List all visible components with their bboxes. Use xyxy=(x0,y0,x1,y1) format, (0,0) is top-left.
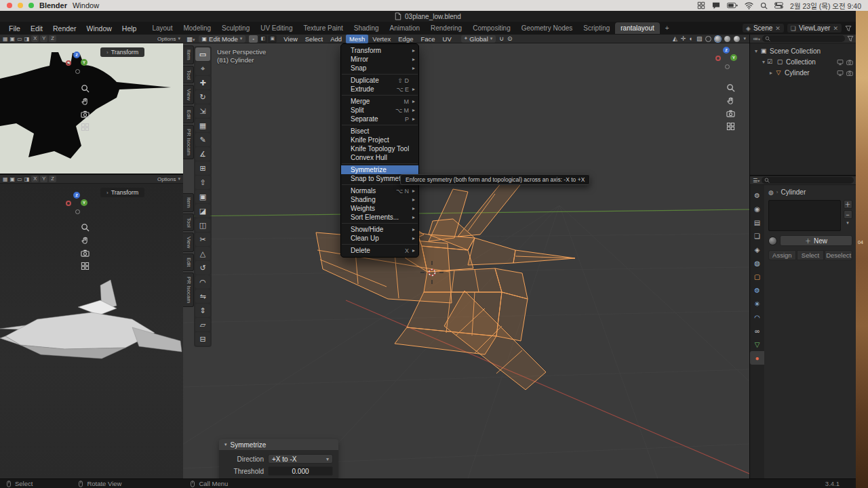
viewport-menu-select[interactable]: Select xyxy=(302,35,326,43)
tool-rip-region-icon[interactable]: ⊟ xyxy=(195,332,210,346)
zoom-icon[interactable] xyxy=(81,84,90,93)
mode-selector[interactable]: ▣ Edit Mode ▾ xyxy=(199,35,246,43)
shaded-viewport-canvas[interactable]: › Transform Z Y xyxy=(0,184,183,479)
properties-search-input[interactable] xyxy=(762,177,854,184)
menu-item-transform[interactable]: Transform▸ xyxy=(341,46,418,55)
tool-extrude-region-icon[interactable]: ⇧ xyxy=(195,176,210,189)
menu-item-convex-hull[interactable]: Convex Hull xyxy=(341,153,418,162)
expander-icon[interactable]: ▸ xyxy=(768,70,774,76)
outliner-search-input[interactable] xyxy=(762,35,845,42)
tool-shear-icon[interactable]: ▱ xyxy=(195,318,210,331)
menu-item-bisect[interactable]: Bisect xyxy=(341,127,418,136)
tool-smooth-icon[interactable]: ◠ xyxy=(195,275,210,289)
chevron-down-icon[interactable]: ▾ xyxy=(743,36,746,41)
shading-solid-icon[interactable] xyxy=(715,36,721,42)
sidebar-tab-pr-isocam[interactable]: PR Isocam xyxy=(183,125,194,159)
axis-toggle-y[interactable]: Y xyxy=(40,176,47,182)
menubar-clock[interactable]: 2월 23일 (목) 오전 9:40 xyxy=(790,1,861,11)
viewport-header-icon-3[interactable]: ◨ xyxy=(24,176,30,182)
operator-panel[interactable]: ▾ Symmetrize Direction+X to -X▾Threshold… xyxy=(219,439,338,479)
mission-control-icon[interactable] xyxy=(697,1,705,9)
tool-rotate-icon[interactable]: ↻ xyxy=(195,90,210,104)
workspace-tab-layout[interactable]: Layout xyxy=(146,22,178,34)
camera-view-icon[interactable] xyxy=(81,110,90,119)
viewport-menu-view[interactable]: View xyxy=(280,35,300,43)
viewport-header-icon-3[interactable]: ◨ xyxy=(24,36,30,42)
workspace-tab-scripting[interactable]: Scripting xyxy=(578,22,615,34)
axis-toggle-x[interactable]: X xyxy=(31,176,39,182)
snap-magnet-icon[interactable]: ∪ xyxy=(499,35,504,42)
menu-item-knife-project[interactable]: Knife Project xyxy=(341,136,418,144)
tool-transform-icon[interactable]: ▦ xyxy=(195,119,210,132)
macos-app-name[interactable]: Blender xyxy=(39,1,67,9)
properties-tab-physics[interactable]: ◠ xyxy=(750,310,764,324)
vertex-select-mode[interactable]: ▫ xyxy=(249,35,258,43)
menubar-file[interactable]: File xyxy=(4,23,25,34)
zoom-icon[interactable] xyxy=(81,223,90,232)
gizmos-toggle-icon[interactable]: ✛ xyxy=(681,35,686,42)
face-select-mode[interactable]: ▣ xyxy=(268,35,277,43)
tool-bevel-icon[interactable]: ◪ xyxy=(195,204,210,218)
viewport-navigation-gizmo[interactable]: Z Y xyxy=(64,52,89,76)
workspace-tab-animation[interactable]: Animation xyxy=(384,22,425,34)
sidebar-tab-item[interactable]: Item xyxy=(183,193,194,212)
outliner-item-label[interactable]: Scene Collection xyxy=(770,47,853,55)
traffic-light-close[interactable] xyxy=(7,3,12,8)
menubar-edit[interactable]: Edit xyxy=(26,23,47,34)
ortho-grid-icon[interactable] xyxy=(81,123,90,131)
expander-icon[interactable]: ▾ xyxy=(760,59,767,65)
sidebar-tab-edit[interactable]: Edit xyxy=(183,106,194,123)
menu-item-normals[interactable]: Normals⌥ N▸ xyxy=(341,186,418,195)
traffic-light-zoom[interactable] xyxy=(28,3,34,8)
menu-item-weights[interactable]: Weights▸ xyxy=(341,204,418,213)
viewport-header-icon-0[interactable]: ▦ xyxy=(3,176,8,182)
tool-move-icon[interactable]: ✚ xyxy=(195,76,210,89)
slot-specials-icon[interactable]: ▾ xyxy=(846,220,849,226)
pan-hand-icon[interactable] xyxy=(726,96,735,105)
tool-loop-cut-icon[interactable]: ◫ xyxy=(195,218,210,232)
tool-knife-icon[interactable]: ✂ xyxy=(195,232,210,246)
shading-wireframe-icon[interactable] xyxy=(705,36,711,42)
pan-hand-icon[interactable] xyxy=(81,97,90,106)
viewport-menu-vertex[interactable]: Vertex xyxy=(369,35,394,43)
workspace-tab-rendering[interactable]: Rendering xyxy=(425,22,467,34)
zoom-icon[interactable] xyxy=(726,83,735,92)
viewport-header-icon-0[interactable]: ▦ xyxy=(3,36,8,42)
menu-item-symmetrize[interactable]: Symmetrize xyxy=(341,165,418,174)
restrict-camera-icon[interactable] xyxy=(846,58,853,65)
properties-tab-material[interactable]: ● xyxy=(750,351,764,365)
control-center-icon[interactable] xyxy=(774,2,783,9)
remove-slot-button[interactable]: − xyxy=(844,210,852,219)
spotlight-icon[interactable] xyxy=(760,2,768,9)
transform-panel-header[interactable]: › Transform xyxy=(100,47,144,57)
menu-item-show-hide[interactable]: Show/Hide▸ xyxy=(341,225,418,234)
silhouette-viewport[interactable]: ▦▣▭◨ XYZ Options ▾ › Transform Z Y xyxy=(0,35,183,175)
sidebar-tab-item[interactable]: Item xyxy=(183,45,194,64)
viewport-menu-edge[interactable]: Edge xyxy=(395,35,416,43)
properties-tab-output[interactable]: ▤ xyxy=(750,216,764,229)
ortho-grid-icon[interactable] xyxy=(726,122,735,131)
sidebar-tab-view[interactable]: View xyxy=(183,85,194,104)
options-label[interactable]: Options xyxy=(157,36,176,42)
menu-item-split[interactable]: Split⌥ M▸ xyxy=(341,106,418,115)
outliner-item-label[interactable]: Cylinder xyxy=(785,69,837,77)
menu-item-snap[interactable]: Snap▸ xyxy=(341,64,418,73)
material-preview-icon[interactable] xyxy=(768,237,777,245)
tool-cursor-icon[interactable]: ⌖ xyxy=(195,62,210,75)
battery-icon[interactable] xyxy=(727,2,738,9)
options-label[interactable]: Options xyxy=(157,176,176,182)
outliner-item-label[interactable]: Collection xyxy=(786,58,837,66)
restrict-monitor-icon[interactable] xyxy=(837,58,844,65)
axis-toggle-y[interactable]: Y xyxy=(40,35,47,42)
sidebar-tab-edit[interactable]: Edit xyxy=(183,253,194,271)
tool-measure-icon[interactable]: ∡ xyxy=(195,147,210,161)
viewport-header-icon-2[interactable]: ▭ xyxy=(17,176,22,182)
menu-item-knife-topology-tool[interactable]: Knife Topology Tool xyxy=(341,144,418,153)
properties-tab-modifiers[interactable]: ⚙ xyxy=(750,283,764,297)
tool-add-cube-icon[interactable]: ⊞ xyxy=(195,161,210,175)
viewport-menu-face[interactable]: Face xyxy=(417,35,438,43)
operator-panel-header[interactable]: ▾ Symmetrize xyxy=(219,439,338,450)
viewport-header-icon-2[interactable]: ▭ xyxy=(17,36,22,42)
sidebar-tab-tool[interactable]: Tool xyxy=(183,66,194,84)
viewport-menu-add[interactable]: Add xyxy=(327,35,345,43)
